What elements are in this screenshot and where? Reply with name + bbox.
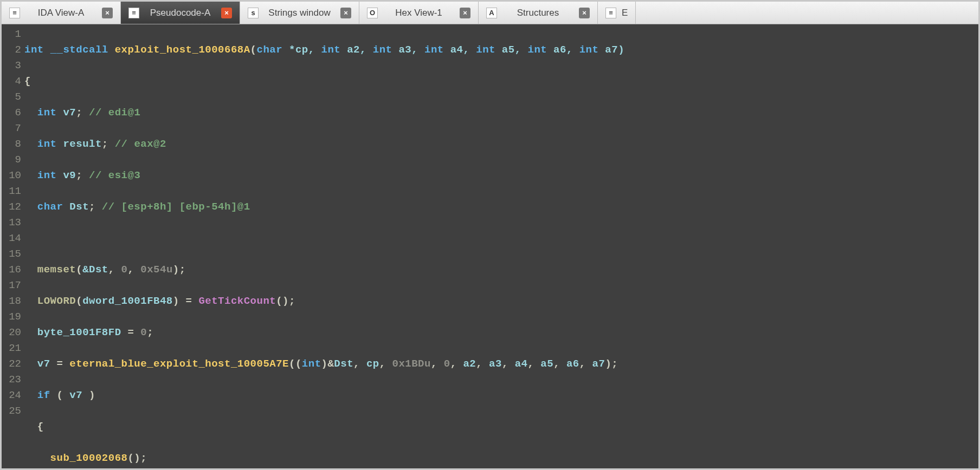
line-number: 7 [2,121,21,136]
code-content[interactable]: int __stdcall exploit_host_1000668A(char… [24,27,978,468]
code-line: char Dst; // [esp+8h] [ebp-54h]@1 [24,199,978,215]
line-number: 6 [2,105,21,121]
code-line: int v9; // esi@3 [24,168,978,184]
line-number: 2 [2,42,21,58]
line-number: 21 [2,341,21,356]
tab-ida-view-a[interactable]: ≡ IDA View-A × [2,2,121,24]
tab-structures[interactable]: A Structures × [479,2,598,24]
struct-icon: A [486,8,497,18]
code-line [24,231,978,246]
close-icon[interactable]: × [579,8,590,18]
tab-pseudocode-a[interactable]: ≡ Pseudocode-A × [121,2,240,24]
code-line: sub_10002068(); [24,451,978,466]
code-editor[interactable]: 1 2 3 4 5 6 7 8 9 10 11 12 13 14 15 16 1… [2,24,978,468]
line-number: 23 [2,372,21,388]
code-line: { [24,419,978,435]
line-number: 9 [2,152,21,168]
code-line: LOWORD(dword_1001FB48) = GetTickCount(); [24,293,978,309]
line-number: 22 [2,356,21,372]
line-number: 3 [2,58,21,74]
line-number: 10 [2,168,21,184]
code-line: v7 = eternal_blue_exploit_host_10005A7E(… [24,356,978,372]
line-number: 25 [2,403,21,419]
line-number: 17 [2,278,21,293]
code-line: byte_1001F8FD = 0; [24,325,978,341]
line-number: 8 [2,136,21,152]
strings-icon: s [248,8,259,18]
code-line: if ( v7 ) [24,388,978,403]
line-number: 19 [2,309,21,325]
tab-bar: ≡ IDA View-A × ≡ Pseudocode-A × s String… [2,2,978,24]
line-number: 14 [2,231,21,246]
tab-label: Hex View-1 [383,8,454,18]
tab-label: Pseudocode-A [145,8,216,18]
tab-label: E [622,8,628,18]
line-number: 11 [2,184,21,199]
tab-label: Structures [502,8,573,18]
tab-extra[interactable]: ≡ E [598,2,636,24]
line-number: 16 [2,262,21,278]
code-line: memset(&Dst, 0, 0x54u); [24,262,978,278]
ida-window: ≡ IDA View-A × ≡ Pseudocode-A × s String… [0,0,980,470]
line-number: 13 [2,215,21,231]
hex-icon: O [367,8,378,18]
line-number: 1 [2,27,21,42]
line-number: 15 [2,246,21,262]
tab-strings-window[interactable]: s Strings window × [240,2,359,24]
line-number: 12 [2,199,21,215]
line-gutter: 1 2 3 4 5 6 7 8 9 10 11 12 13 14 15 16 1… [2,27,24,468]
line-number: 18 [2,293,21,309]
code-line: int v7; // edi@1 [24,105,978,121]
close-icon[interactable]: × [460,8,470,18]
code-line: int __stdcall exploit_host_1000668A(char… [24,42,978,58]
line-number: 20 [2,325,21,341]
code-line: { [24,74,978,89]
tab-label: IDA View-A [25,8,96,18]
line-number: 4 [2,74,21,89]
line-number: 24 [2,388,21,403]
document-icon: ≡ [9,8,20,18]
list-icon: ≡ [605,8,616,18]
line-number: 5 [2,89,21,105]
tab-label: Strings window [264,8,335,18]
close-icon[interactable]: × [102,8,113,18]
document-icon: ≡ [128,8,139,18]
close-icon[interactable]: × [221,8,232,18]
code-line: int result; // eax@2 [24,136,978,152]
close-icon[interactable]: × [340,8,351,18]
tab-hex-view-1[interactable]: O Hex View-1 × [359,2,479,24]
